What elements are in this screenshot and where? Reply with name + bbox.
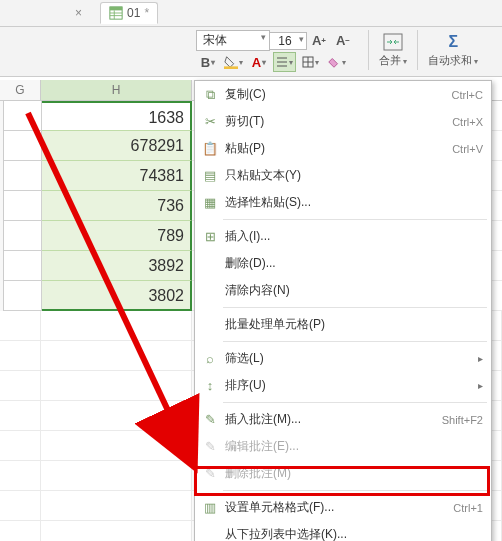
menu-paste-text[interactable]: ▤ 只粘贴文本(Y) <box>195 162 491 189</box>
document-tab-strip: × 01 * <box>0 0 502 27</box>
scissors-icon: ✂ <box>199 114 221 129</box>
menu-clear[interactable]: 清除内容(N) <box>195 277 491 304</box>
cell-h[interactable]: 3892 <box>42 251 192 281</box>
menu-cut[interactable]: ✂ 剪切(T) Ctrl+X <box>195 108 491 135</box>
svg-rect-5 <box>224 66 238 69</box>
close-icon[interactable]: × <box>75 6 82 20</box>
menu-dropdown-select[interactable]: 从下拉列表中选择(K)... <box>195 521 491 541</box>
menu-sort[interactable]: ↕ 排序(U) <box>195 372 491 399</box>
autosum-label: 自动求和 <box>428 53 478 68</box>
separator <box>417 30 418 70</box>
column-header-h[interactable]: H <box>41 80 192 100</box>
separator <box>368 30 369 70</box>
ribbon-toolbar: 宋体 16 A+ A− B A 合并 Σ <box>0 27 502 77</box>
menu-separator <box>223 490 487 491</box>
menu-separator <box>223 219 487 220</box>
menu-separator <box>223 307 487 308</box>
autosum-button[interactable]: Σ 自动求和 <box>423 30 483 70</box>
menu-insert[interactable]: ⊞ 插入(I)... <box>195 223 491 250</box>
context-menu: ⧉ 复制(C) Ctrl+C ✂ 剪切(T) Ctrl+X 📋 粘贴(P) Ct… <box>194 80 492 541</box>
increase-font-button[interactable]: A+ <box>309 32 329 50</box>
menu-separator <box>223 341 487 342</box>
menu-copy[interactable]: ⧉ 复制(C) Ctrl+C <box>195 81 491 108</box>
sigma-icon: Σ <box>449 32 459 52</box>
cell-h[interactable]: 789 <box>42 221 192 251</box>
menu-insert-comment[interactable]: ✎ 插入批注(M)... Shift+F2 <box>195 406 491 433</box>
font-name-combo[interactable]: 宋体 <box>196 30 270 51</box>
menu-format-cells[interactable]: ▥ 设置单元格格式(F)... Ctrl+1 <box>195 494 491 521</box>
menu-edit-comment: ✎ 编辑批注(E)... <box>195 433 491 460</box>
font-color-button[interactable]: A <box>249 53 269 71</box>
tab-label: 01 <box>127 6 140 20</box>
format-painter-button[interactable] <box>325 53 348 71</box>
bold-button[interactable]: B <box>198 53 218 71</box>
menu-paste-special[interactable]: ▦ 选择性粘贴(S)... <box>195 189 491 216</box>
comment-icon: ✎ <box>199 412 221 427</box>
merge-button[interactable]: 合并 <box>374 30 412 70</box>
spreadsheet-icon <box>109 6 123 20</box>
cell-h[interactable]: 1638 <box>42 101 192 131</box>
cell-h[interactable]: 3802 <box>42 281 192 311</box>
menu-batch[interactable]: 批量处理单元格(P) <box>195 311 491 338</box>
svg-rect-1 <box>110 7 122 11</box>
clipboard-icon: 📋 <box>199 141 221 156</box>
fill-color-button[interactable] <box>222 53 245 71</box>
format-cells-icon: ▥ <box>199 500 221 515</box>
align-button[interactable] <box>273 52 296 72</box>
tab-dirty-indicator: * <box>144 6 149 20</box>
paste-special-icon: ▦ <box>199 195 221 210</box>
merge-label: 合并 <box>379 53 407 68</box>
insert-icon: ⊞ <box>199 229 221 244</box>
cell-h[interactable]: 74381 <box>42 161 192 191</box>
menu-separator <box>223 402 487 403</box>
menu-filter[interactable]: ⌕ 筛选(L) <box>195 345 491 372</box>
delete-comment-icon: ✎ <box>199 466 221 481</box>
cell-h[interactable]: 736 <box>42 191 192 221</box>
column-header-g[interactable]: G <box>0 80 41 100</box>
edit-comment-icon: ✎ <box>199 439 221 454</box>
funnel-icon: ⌕ <box>199 351 221 366</box>
menu-paste[interactable]: 📋 粘贴(P) Ctrl+V <box>195 135 491 162</box>
font-group: 宋体 16 A+ A− B A <box>196 30 355 73</box>
font-size-combo[interactable]: 16 <box>270 32 307 50</box>
menu-delete-comment: ✎ 删除批注(M) <box>195 460 491 487</box>
document-tab[interactable]: 01 * <box>100 2 158 24</box>
paste-text-icon: ▤ <box>199 168 221 183</box>
cell-h[interactable]: 678291 <box>42 131 192 161</box>
borders-button[interactable] <box>300 53 321 71</box>
copy-icon: ⧉ <box>199 87 221 103</box>
menu-delete[interactable]: 删除(D)... <box>195 250 491 277</box>
merge-icon <box>383 32 403 52</box>
decrease-font-button[interactable]: A− <box>333 32 353 50</box>
svg-rect-12 <box>384 34 402 50</box>
sort-icon: ↕ <box>199 378 221 393</box>
